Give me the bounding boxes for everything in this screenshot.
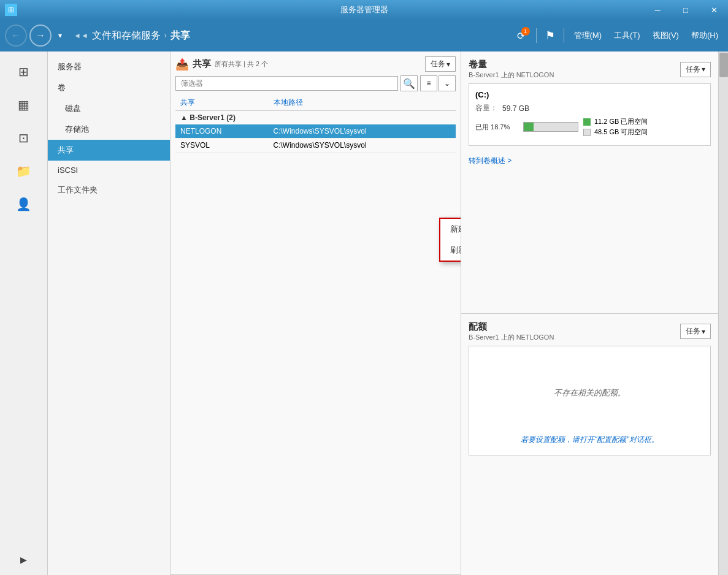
group-expand-icon: ▲: [180, 113, 188, 122]
list-view-button[interactable]: ≡: [420, 75, 437, 91]
sidebar-icon-filestorage[interactable]: 📁: [6, 156, 42, 186]
maximize-button[interactable]: □: [672, 0, 700, 20]
close-button[interactable]: ✕: [700, 0, 728, 20]
nav-item-servers[interactable]: 服务器: [48, 56, 170, 77]
volume-card: (C:) 容量： 59.7 GB 已用 18.7% 11.2: [469, 83, 711, 146]
window-controls: ─ □ ✕: [643, 0, 728, 20]
nav-item-volumes[interactable]: 卷: [48, 77, 170, 98]
shares-task-button[interactable]: 任务 ▾: [425, 56, 456, 72]
sidebar-icon-expand[interactable]: ▶: [6, 544, 42, 575]
content-area: 📤 共享 所有共享 | 共 2 个 任务 ▾ 🔍 ≡ ⌄: [171, 51, 461, 575]
volume-section-header: 卷量 B-Server1 上的 NETLOGON 任务 ▾: [469, 59, 711, 80]
sidebar-icon-users[interactable]: 👤: [6, 189, 42, 219]
search-icon: 🔍: [403, 78, 415, 89]
volume-section-title: 卷量: [469, 59, 554, 70]
quota-task-dropdown-icon: ▾: [702, 327, 705, 336]
filestorage-icon: 📁: [16, 164, 31, 178]
shares-panel: 📤 共享 所有共享 | 共 2 个 任务 ▾ 🔍 ≡ ⌄: [171, 51, 461, 575]
shares-icon: 📤: [175, 58, 189, 71]
breadcrumb-separator: ›: [164, 31, 167, 40]
sidebar-icon-allservers[interactable]: ⊡: [6, 123, 42, 153]
volume-task-dropdown-icon: ▾: [702, 65, 705, 74]
usage-row: 已用 18.7% 11.2 GB 已用空间 48.5 GB 可用空间: [475, 117, 704, 137]
nav-item-storage-pools[interactable]: 存储池: [48, 119, 170, 140]
used-color-box: [583, 118, 591, 126]
dropdown-view-button[interactable]: ⌄: [439, 75, 456, 91]
share-name-sysvol: SYSVOL: [175, 139, 269, 153]
filter-search-button[interactable]: 🔍: [400, 75, 418, 91]
nav-item-iscsi[interactable]: iSCSI: [48, 161, 170, 180]
shares-panel-header: 📤 共享 所有共享 | 共 2 个 任务 ▾: [175, 56, 456, 72]
col-share[interactable]: 共享: [175, 95, 269, 111]
scroll-indicator[interactable]: [718, 51, 728, 575]
goto-volume-link[interactable]: 转到卷概述 >: [469, 156, 512, 166]
scrollbar-thumb[interactable]: [719, 53, 728, 77]
table-row[interactable]: NETLOGON C:\Windows\SYSVOL\sysvol: [175, 124, 456, 139]
quota-empty: 不存在相关的配额。: [479, 356, 700, 430]
right-panel: 卷量 B-Server1 上的 NETLOGON 任务 ▾ (C:) 容量： 5…: [461, 51, 718, 575]
menu-separator2: [564, 28, 564, 43]
nav-dropdown-button[interactable]: ▾: [54, 29, 66, 42]
volume-section-subtitle: B-Server1 上的 NETLOGON: [469, 70, 554, 80]
menu-help[interactable]: 帮助(H): [686, 28, 723, 44]
sidebar-icon-server[interactable]: ▦: [6, 89, 42, 120]
usage-info: 11.2 GB 已用空间 48.5 GB 可用空间: [583, 117, 648, 137]
used-label: 已用 18.7%: [475, 123, 518, 132]
quota-section-titles: 配额 B-Server1 上的 NETLOGON: [469, 321, 554, 342]
free-space-info: 48.5 GB 可用空间: [583, 128, 648, 137]
nav-panel: 服务器 卷 磁盘 存储池 共享 iSCSI 工作文件夹: [48, 51, 171, 575]
used-space-text: 11.2 GB 已用空间: [594, 117, 648, 126]
volume-section-titles: 卷量 B-Server1 上的 NETLOGON: [469, 59, 554, 80]
volume-section: 卷量 B-Server1 上的 NETLOGON 任务 ▾ (C:) 容量： 5…: [461, 51, 718, 314]
shares-title-text: 共享: [193, 58, 211, 70]
filter-bar: 🔍 ≡ ⌄: [175, 75, 456, 91]
menu-bar: ← → ▾ ◄◄ 文件和存储服务 › 共享 ⟳ 1 ⚑ 管理(M) 工具(T) …: [0, 20, 728, 51]
refresh-button[interactable]: ⟳ 1: [512, 26, 531, 45]
breadcrumb-prefix: ◄◄: [74, 31, 88, 40]
shares-subtitle: 所有共享 | 共 2 个: [215, 59, 268, 69]
menu-tools[interactable]: 工具(T): [609, 28, 645, 44]
menu-items: 管理(M) 工具(T) 视图(V) 帮助(H): [569, 28, 724, 44]
shares-table: 共享 本地路径 ▲ B-Server1 (2) NETLOGON: [175, 95, 456, 153]
quota-empty-text: 不存在相关的配额。: [554, 387, 626, 398]
volume-capacity: 容量： 59.7 GB: [475, 103, 704, 113]
users-icon: 👤: [16, 197, 31, 211]
breadcrumb: ◄◄ 文件和存储服务 › 共享: [74, 29, 190, 42]
breadcrumb-shares[interactable]: 共享: [171, 29, 190, 42]
quota-setup-link[interactable]: 若要设置配额，请打开"配置配额"对话框。: [479, 435, 700, 445]
quota-task-button[interactable]: 任务 ▾: [680, 324, 711, 339]
back-button[interactable]: ←: [5, 25, 27, 47]
context-menu: 新建共享... 刷新: [439, 218, 461, 262]
usage-bar-fill: [524, 123, 534, 131]
menu-separator: [536, 28, 537, 43]
menu-view[interactable]: 视图(V): [648, 28, 684, 44]
window-title: 服务器管理器: [340, 4, 388, 15]
nav-item-shares[interactable]: 共享: [48, 140, 170, 161]
filter-input[interactable]: [175, 76, 398, 91]
main-layout: ⊞ ▦ ⊡ 📁 👤 ▶ 服务器 卷 磁盘 存储池 共享 iSCSI 工作文件夹: [0, 51, 728, 575]
allservers-icon: ⊡: [18, 131, 29, 145]
nav-item-disks[interactable]: 磁盘: [48, 98, 170, 119]
sidebar-icon-dashboard[interactable]: ⊞: [6, 56, 42, 87]
col-path[interactable]: 本地路径: [269, 95, 456, 111]
volume-label: (C:): [475, 90, 704, 99]
title-bar: ⊞ 服务器管理器 ─ □ ✕: [0, 0, 728, 20]
context-menu-refresh[interactable]: 刷新: [440, 240, 461, 261]
app-icon: ⊞: [5, 4, 17, 16]
nav-item-work-folders[interactable]: 工作文件夹: [48, 180, 170, 200]
volume-task-button[interactable]: 任务 ▾: [680, 62, 711, 77]
capacity-value: 59.7 GB: [502, 104, 529, 113]
expand-icon: ▶: [20, 555, 27, 565]
quota-section-header: 配额 B-Server1 上的 NETLOGON 任务 ▾: [469, 321, 711, 342]
menu-manage[interactable]: 管理(M): [569, 28, 607, 44]
context-menu-new-share[interactable]: 新建共享...: [440, 219, 461, 240]
minimize-button[interactable]: ─: [643, 0, 672, 20]
breadcrumb-file-storage[interactable]: 文件和存储服务: [92, 29, 161, 42]
forward-button[interactable]: →: [29, 25, 52, 47]
free-space-text: 48.5 GB 可用空间: [594, 128, 648, 137]
capacity-label: 容量：: [475, 103, 497, 113]
notification-badge: 1: [521, 27, 530, 36]
flag-icon[interactable]: ⚑: [542, 27, 559, 44]
menu-bar-right: ⟳ 1 ⚑ 管理(M) 工具(T) 视图(V) 帮助(H): [512, 26, 724, 45]
table-row[interactable]: SYSVOL C:\Windows\SYSVOL\sysvol: [175, 139, 456, 153]
